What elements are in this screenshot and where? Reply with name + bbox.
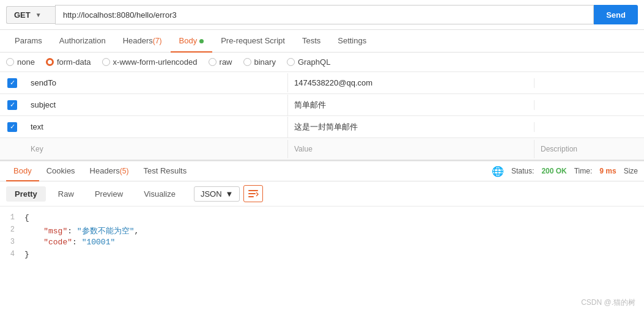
- form-row-1: ✓ sendTo 1474538220@qq.com: [0, 72, 644, 94]
- tab-params[interactable]: Params: [6, 30, 51, 53]
- format-preview[interactable]: Preview: [86, 186, 131, 202]
- code-line-1: 1 {: [0, 213, 644, 225]
- desc-2: [534, 100, 644, 110]
- tab-settings[interactable]: Settings: [329, 30, 375, 53]
- response-section: Body Cookies Headers(5) Test Results 🌐 S…: [0, 160, 644, 268]
- radio-urlencoded-circle: [102, 58, 110, 66]
- resp-tab-cookies[interactable]: Cookies: [39, 161, 83, 181]
- svg-rect-0: [248, 190, 258, 191]
- tab-authorization[interactable]: Authorization: [51, 30, 114, 53]
- resp-tab-body[interactable]: Body: [6, 161, 39, 181]
- url-input[interactable]: [55, 5, 594, 24]
- line-num-3: 3: [0, 238, 24, 246]
- status-value: 200 OK: [541, 167, 566, 175]
- radio-graphql-circle: [287, 58, 295, 66]
- line-content-3: "code": "10001": [24, 238, 644, 247]
- form-row-3: ✓ text 这是一封简单邮件: [0, 116, 644, 138]
- format-visualize[interactable]: Visualize: [135, 186, 184, 202]
- checkbox-cell-3[interactable]: ✓: [0, 122, 24, 132]
- value-2: 简单邮件: [287, 95, 534, 115]
- col-value: Value: [287, 140, 534, 158]
- send-button[interactable]: Send: [594, 5, 638, 24]
- checkbox-cell-2[interactable]: ✓: [0, 100, 24, 110]
- radio-none[interactable]: none: [6, 57, 35, 67]
- tab-tests[interactable]: Tests: [294, 30, 329, 53]
- value-1: 1474538220@qq.com: [287, 73, 534, 92]
- col-key: Key: [24, 140, 287, 158]
- desc-3: [534, 122, 644, 132]
- radio-urlencoded[interactable]: x-www-form-urlencoded: [102, 57, 198, 67]
- time-value: 9 ms: [599, 167, 616, 175]
- body-type-row: none form-data x-www-form-urlencoded raw…: [0, 53, 644, 72]
- format-pretty[interactable]: Pretty: [6, 186, 46, 202]
- radio-binary-circle: [243, 58, 251, 66]
- time-label: Time:: [574, 167, 593, 175]
- format-raw[interactable]: Raw: [50, 186, 83, 202]
- code-line-4: 4 }: [0, 249, 644, 261]
- radio-form-data-circle: [46, 58, 54, 66]
- method-arrow-icon: ▼: [35, 12, 42, 18]
- line-content-4: }: [24, 250, 644, 259]
- line-content-1: {: [24, 213, 644, 222]
- resp-tab-test-results[interactable]: Test Results: [136, 161, 194, 181]
- line-num-1: 1: [0, 213, 24, 222]
- checkbox-cell-1[interactable]: ✓: [0, 78, 24, 88]
- col-desc: Description: [534, 140, 644, 158]
- tab-pre-request[interactable]: Pre-request Script: [212, 30, 294, 53]
- code-line-3: 3 "code": "10001": [0, 237, 644, 249]
- size-label: Size: [624, 167, 638, 175]
- body-dot: [199, 39, 204, 43]
- tab-body[interactable]: Body: [171, 30, 213, 53]
- key-1: sendTo: [24, 73, 287, 92]
- tab-headers[interactable]: Headers(7): [114, 30, 171, 53]
- json-arrow-icon: ▼: [226, 189, 234, 199]
- line-num-2: 2: [0, 225, 24, 234]
- globe-icon[interactable]: 🌐: [492, 166, 504, 177]
- form-header-row: Key Value Description: [0, 138, 644, 160]
- checkbox-3[interactable]: ✓: [7, 122, 17, 132]
- svg-rect-1: [248, 193, 256, 194]
- checkbox-2[interactable]: ✓: [7, 100, 17, 110]
- radio-none-circle: [6, 58, 14, 66]
- method-label: GET: [14, 10, 31, 20]
- desc-1: [534, 78, 644, 88]
- radio-graphql[interactable]: GraphQL: [287, 57, 330, 67]
- code-line-2: 2 "msg": "参数不能为空",: [0, 225, 644, 237]
- radio-raw-circle: [209, 58, 217, 66]
- svg-rect-2: [248, 196, 254, 197]
- line-content-2: "msg": "参数不能为空",: [24, 225, 644, 236]
- resp-body-toolbar: Pretty Raw Preview Visualize JSON ▼: [0, 181, 644, 206]
- wrap-icon: [248, 189, 259, 199]
- radio-binary[interactable]: binary: [243, 57, 276, 67]
- radio-form-data[interactable]: form-data: [46, 57, 91, 67]
- radio-raw[interactable]: raw: [209, 57, 232, 67]
- value-3: 这是一封简单邮件: [287, 117, 534, 137]
- resp-tab-headers[interactable]: Headers(5): [83, 161, 136, 181]
- line-num-4: 4: [0, 250, 24, 258]
- json-type-label: JSON: [201, 189, 222, 199]
- response-meta: 🌐 Status: 200 OK Time: 9 ms Size: [492, 166, 638, 177]
- wrap-button[interactable]: [243, 185, 263, 202]
- form-data-table: ✓ sendTo 1474538220@qq.com ✓ subject 简单邮…: [0, 72, 644, 160]
- response-tabs-bar: Body Cookies Headers(5) Test Results 🌐 S…: [0, 161, 644, 181]
- method-select[interactable]: GET ▼: [6, 6, 55, 24]
- watermark: CSDN @.猫的树: [581, 298, 635, 308]
- key-3: text: [24, 117, 287, 136]
- code-block: 1 { 2 "msg": "参数不能为空", 3 "code": "10001"…: [0, 206, 644, 268]
- status-label: Status:: [511, 167, 534, 175]
- form-row-2: ✓ subject 简单邮件: [0, 94, 644, 116]
- checkbox-1[interactable]: ✓: [7, 78, 17, 88]
- json-select[interactable]: JSON ▼: [194, 186, 240, 202]
- request-tabs: Params Authorization Headers(7) Body Pre…: [0, 30, 644, 53]
- key-2: subject: [24, 95, 287, 114]
- url-bar: GET ▼ Send: [0, 0, 644, 30]
